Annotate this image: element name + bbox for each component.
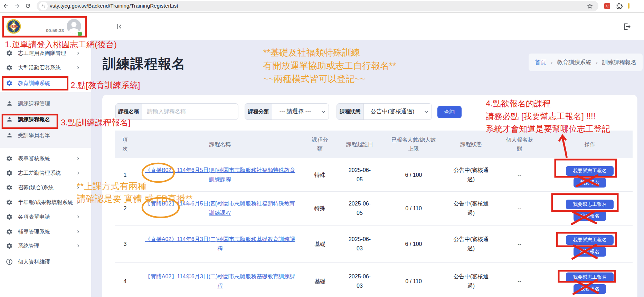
chevron-right-icon: [76, 66, 80, 70]
cell-count: 0 / 110: [384, 262, 443, 297]
column-header-dates: 課程起訖日: [335, 131, 384, 158]
column-header-course: 課程名稱: [135, 131, 305, 158]
sidebar-item-profile[interactable]: 個人資料維護: [0, 255, 91, 269]
chevron-right-icon: [76, 215, 80, 219]
cell-category: 基礎: [305, 225, 335, 262]
browser-toolbar: vsty.tycg.gov.tw/Backend/Training/Traini…: [0, 0, 644, 13]
annotation-note-top-line2: 有開放運單協助或志工自行報名**: [263, 59, 396, 72]
gear-icon: [6, 228, 13, 235]
filter-course-name: 課程名稱: [115, 103, 238, 120]
person-icon: [6, 132, 13, 138]
register-self-button[interactable]: 我要報名: [574, 178, 606, 188]
cell-actions: 我要幫志工報名 我要報名: [545, 262, 635, 297]
filter-course-status-label: 課程狀態: [337, 104, 364, 119]
sidebar-item-attendance[interactable]: 志工差勤管理系統: [0, 166, 91, 180]
cell-dates: 2025-06-03: [335, 225, 384, 262]
annotation-note-top-line3: ~~兩種模式皆可以登記~~: [263, 72, 396, 85]
page-title: 訓練課程報名: [103, 55, 186, 73]
site-info-icon[interactable]: [39, 2, 48, 10]
url-bar[interactable]: vsty.tycg.gov.tw/Backend/Training/Traini…: [37, 1, 598, 11]
sidebar-item-form-apply[interactable]: 各項表單申請: [0, 210, 91, 224]
register-for-volunteer-button[interactable]: 我要幫志工報名: [566, 200, 614, 209]
annotation-step4-line3: 系統才會知道是要幫哪位志工登記: [486, 123, 610, 135]
register-self-button[interactable]: 我要報名: [574, 247, 606, 257]
app-top-bar: [91, 13, 644, 40]
bookmark-star-icon[interactable]: [587, 3, 593, 9]
annotation-step4-line1: 4.點欲報名的課程: [486, 97, 610, 110]
sidebar-item-label: 個人資料維護: [18, 255, 50, 269]
cell-index: 4: [115, 262, 135, 297]
filter-course-category: 課程分類 --- 請選擇 ---: [245, 103, 329, 120]
breadcrumb-home[interactable]: 首頁: [535, 59, 546, 66]
logout-icon[interactable]: [623, 22, 631, 31]
gear-icon: [6, 64, 13, 71]
filter-course-status: 課程狀態 公告中(審核通過): [337, 103, 432, 120]
course-category-value: --- 請選擇 ---: [272, 108, 318, 115]
cell-personal-status: --: [499, 158, 540, 191]
cell-course: 《直播A02》114年6月3日(二)桃園市志願服務基礎教育訓練課程: [135, 225, 305, 262]
gear-icon: [6, 242, 13, 249]
cell-course: 【實體A02】114年6月3日(二)桃園市志願服務基礎教育訓練課程: [135, 262, 305, 297]
column-header-index: 項次: [115, 131, 135, 158]
back-icon[interactable]: [3, 3, 9, 9]
cell-category: 特殊: [305, 191, 335, 225]
register-self-button[interactable]: 我要報名: [574, 284, 606, 294]
course-status-value: 公告中(審核通過): [364, 108, 421, 115]
gear-icon: [6, 155, 13, 162]
search-button[interactable]: 查詢: [437, 106, 462, 118]
chevron-right-icon: [76, 51, 80, 55]
annotation-step1: 1.運單請登入桃園志工網(後台): [5, 39, 117, 50]
course-link[interactable]: 《直播A02》114年6月3日(二)桃園市志願服務基礎教育訓練課程: [144, 234, 296, 253]
sidebar-item-label: 系統管理: [18, 239, 39, 253]
sidebar: 桃園 00:59:33 志工運用及團隊管理 大型活動召募系統 教育訓練系統: [0, 13, 91, 297]
sidebar-item-trainee-list[interactable]: 受訓學員名單: [0, 128, 91, 143]
sidebar-item-label: 各項表單申請: [18, 210, 50, 224]
online-status-dot: [77, 31, 82, 36]
cell-status: 公告中(審核通過): [443, 225, 499, 262]
chevron-right-icon: [76, 171, 80, 175]
sidebar-item-event-recruit[interactable]: 大型活動召募系統: [0, 60, 91, 75]
sidebar-item-course-mgmt[interactable]: 訓練課程管理: [0, 96, 91, 111]
cell-status: 公告中(審核通過): [443, 262, 499, 297]
refresh-icon[interactable]: [25, 3, 31, 9]
annotation-note-top: **基礎及社福類特殊訓練 有開放運單協助或志工自行報名** ~~兩種模式皆可以登…: [263, 46, 396, 85]
info-icon: [6, 258, 13, 265]
sidebar-item-system-mgmt[interactable]: 系統管理: [0, 239, 91, 253]
register-for-volunteer-button[interactable]: 我要幫志工報名: [566, 272, 614, 282]
cell-status: 公告中(審核通過): [443, 158, 499, 191]
register-for-volunteer-button[interactable]: 我要幫志工報名: [566, 166, 614, 176]
table-row: 3 《直播A02》114年6月3日(二)桃園市志願服務基礎教育訓練課程 基礎 2…: [115, 225, 633, 262]
cell-actions: 我要幫志工報名 我要報名: [545, 158, 635, 191]
annotation-step3: 3.點[訓練課程報名]: [61, 117, 130, 128]
cell-actions: 我要幫志工報名 我要報名: [545, 191, 635, 225]
cell-dates: 2025-06-05: [335, 158, 384, 191]
register-for-volunteer-button[interactable]: 我要幫志工報名: [566, 235, 614, 245]
gear-icon: [6, 80, 13, 87]
column-header-category: 課程分類: [305, 131, 335, 158]
course-category-select[interactable]: --- 請選擇 ---: [272, 104, 329, 119]
sidebar-item-form-review[interactable]: 表單審核系統: [0, 151, 91, 166]
cell-count: 6 / 100: [384, 158, 443, 191]
person-icon: [6, 100, 13, 107]
annotation-note-mid-line2: 請確認是要 實體 或 FB直播**: [77, 192, 192, 205]
cell-index: 3: [115, 225, 135, 262]
cell-personal-status: --: [499, 262, 540, 297]
taoyuan-logo: 桃園: [6, 19, 21, 34]
sidebar-collapse-icon[interactable]: [116, 23, 123, 30]
breadcrumb-item: 訓練課程報名: [602, 59, 636, 66]
register-self-button[interactable]: 我要報名: [574, 211, 606, 221]
extension-red-icon[interactable]: [604, 3, 610, 9]
cell-count: 0 / 110: [384, 191, 443, 225]
annotation-note-mid-line1: **上課方式有兩種: [77, 180, 192, 192]
screen: vsty.tycg.gov.tw/Backend/Training/Traini…: [0, 0, 644, 297]
forward-icon[interactable]: [14, 3, 20, 9]
course-link[interactable]: 【實體A02】114年6月3日(二)桃園市志願服務基礎教育訓練課程: [144, 272, 296, 290]
chevron-down-icon: [318, 109, 329, 114]
person-icon: [6, 116, 13, 123]
course-name-input[interactable]: [142, 104, 238, 119]
extensions-puzzle-icon[interactable]: [616, 3, 623, 9]
annotation-note-top-line1: **基礎及社福類特殊訓練: [263, 46, 396, 59]
course-status-select[interactable]: 公告中(審核通過): [364, 104, 432, 119]
breadcrumb-item: 教育訓練系統: [557, 59, 591, 66]
sidebar-item-counseling[interactable]: 輔導管理系統: [0, 224, 91, 239]
